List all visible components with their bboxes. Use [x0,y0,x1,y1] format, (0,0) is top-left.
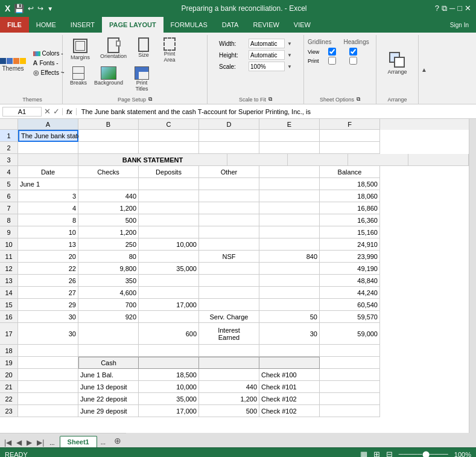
cell-e13[interactable] [259,275,320,287]
col-header-c[interactable]: C [139,119,199,130]
more-tabs-btn[interactable]: ... [97,437,109,447]
cell-e21[interactable]: Check #101 [259,381,320,393]
breaks-button[interactable]: Breaks [66,65,90,87]
cell-c10[interactable]: 10,000 [139,238,199,251]
cell-c1[interactable] [139,130,199,142]
cell-c23[interactable]: 17,000 [139,405,199,417]
cell-b8[interactable]: 500 [78,214,139,226]
cell-b1[interactable] [78,130,139,142]
quick-access-redo[interactable]: ↪ [37,4,43,13]
cell-c18[interactable] [139,345,199,357]
cell-f23[interactable] [320,405,380,417]
cell-b11[interactable]: 80 [78,251,139,263]
tab-formulas[interactable]: FORMULAS [163,17,215,33]
cell-b14[interactable]: 4,600 [78,287,139,299]
first-sheet-btn[interactable]: |◀ [2,438,13,447]
cell-f12[interactable]: 49,190 [320,263,380,275]
cell-c8[interactable] [139,214,199,226]
scale-input[interactable] [249,62,285,71]
cell-d20[interactable] [199,369,259,381]
cell-b16[interactable]: 920 [78,311,139,323]
cell-f14[interactable]: 44,240 [320,287,380,299]
cell-f7[interactable]: 16,860 [320,202,380,214]
cell-d4[interactable]: Other [199,166,259,178]
cell-c15[interactable]: 17,000 [139,299,199,311]
cell-b10[interactable]: 250 [78,238,139,251]
cell-a11[interactable]: 20 [18,251,78,263]
col-header-b[interactable]: B [78,119,139,130]
formula-input[interactable] [79,108,474,115]
cell-c20[interactable]: 18,500 [139,369,199,381]
cell-d12[interactable] [199,263,259,275]
col-header-f[interactable]: F [320,119,380,130]
cell-f3[interactable] [408,154,469,166]
cell-e22[interactable]: Check #102 [259,393,320,405]
height-input[interactable] [249,50,285,60]
cell-f17[interactable]: 59,000 [320,323,380,345]
cell-a2[interactable] [18,142,78,154]
cell-a3[interactable] [18,154,78,166]
cell-a8[interactable]: 8 [18,214,78,226]
cell-f10[interactable]: 24,910 [320,238,380,251]
width-input[interactable] [249,39,285,48]
cell-e23[interactable]: Check #102 [259,405,320,417]
cell-f20[interactable] [320,369,380,381]
cell-a12[interactable]: 22 [18,263,78,275]
maximize-icon[interactable]: □ [457,4,462,13]
cell-e14[interactable] [259,287,320,299]
cell-b2[interactable] [78,142,139,154]
cell-a5[interactable]: June 1 [18,178,78,190]
sheet-tab-sheet1[interactable]: Sheet1 [60,436,97,447]
cell-e20[interactable]: Check #100 [259,369,320,381]
sheet-options-expand[interactable]: ⧉ [357,96,360,103]
gridlines-view-checkbox[interactable] [328,48,336,56]
cell-b18[interactable] [78,345,139,357]
tab-insert[interactable]: INSERT [63,17,102,33]
cell-d22[interactable]: 1,200 [199,393,259,405]
print-area-button[interactable]: Print Area [156,36,183,64]
cell-a18[interactable] [18,345,78,357]
confirm-formula-icon[interactable]: ✓ [53,107,60,116]
cell-b7[interactable]: 1,200 [78,202,139,214]
cell-f1[interactable] [320,130,380,142]
cell-d18[interactable] [199,345,259,357]
cell-a14[interactable]: 27 [18,287,78,299]
cell-d1[interactable] [199,130,259,142]
cell-c2[interactable] [139,142,199,154]
cell-e16[interactable]: 50 [259,311,320,323]
cell-b20[interactable]: June 1 Bal. [78,369,139,381]
headings-view-checkbox[interactable] [349,48,357,56]
cell-d13[interactable] [199,275,259,287]
cell-f21[interactable] [320,381,380,393]
fonts-button[interactable]: A Fonts - [31,58,67,68]
headings-print-checkbox[interactable] [349,57,357,65]
cell-c13[interactable] [139,275,199,287]
cell-d19[interactable] [199,357,259,369]
gridlines-print-checkbox[interactable] [328,57,336,65]
cell-a23[interactable] [18,405,78,417]
function-wizard-icon[interactable]: fx [62,108,77,115]
quick-access-save[interactable]: 💾 [14,4,24,13]
cell-d14[interactable] [199,287,259,299]
cell-d15[interactable] [199,299,259,311]
cell-a20[interactable] [18,369,78,381]
col-header-d[interactable]: D [199,119,259,130]
cell-d5[interactable] [199,178,259,190]
cell-c9[interactable] [139,226,199,238]
cell-a19[interactable] [18,357,78,369]
cell-f11[interactable]: 23,990 [320,251,380,263]
size-button[interactable]: Size [133,36,154,59]
minimize-icon[interactable]: ─ [449,4,455,13]
cell-f5[interactable]: 18,500 [320,178,380,190]
cell-c5[interactable] [139,178,199,190]
add-sheet-btn[interactable]: ⊕ [109,434,126,447]
tab-home[interactable]: HOME [29,17,63,33]
cell-b22[interactable]: June 22 deposit [78,393,139,405]
cell-a6[interactable]: 3 [18,190,78,202]
cell-d8[interactable] [199,214,259,226]
cell-e3[interactable] [348,154,408,166]
cell-b4[interactable]: Checks [78,166,139,178]
cell-e10[interactable] [259,238,320,251]
restore-icon[interactable]: ⧉ [442,4,447,13]
scale-expand[interactable]: ⧉ [268,96,272,103]
